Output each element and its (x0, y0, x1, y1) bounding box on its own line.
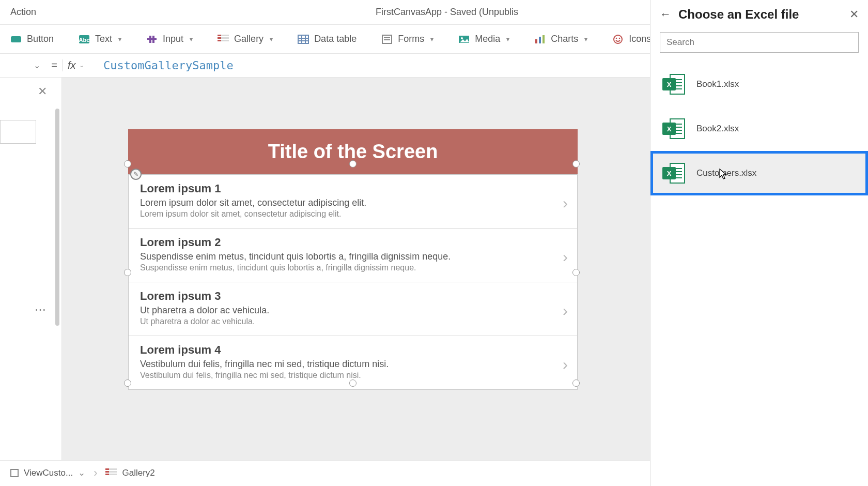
excel-file-icon: X (662, 162, 685, 185)
close-panel-button[interactable]: ✕ (849, 8, 859, 21)
ribbon-button[interactable]: Button (10, 34, 54, 44)
resize-handle[interactable] (572, 160, 580, 168)
breadcrumb[interactable]: ViewCusto... ⌄ › Gallery2 (10, 466, 155, 480)
item-heading: Lorem ipsum 4 (140, 343, 566, 357)
excel-file-row[interactable]: X Book2.xlsx (650, 107, 868, 151)
chevron-down-icon: ⌄ (79, 62, 84, 69)
scrollbar[interactable] (55, 109, 59, 326)
item-heading: Lorem ipsum 1 (140, 182, 566, 195)
gallery-item[interactable]: Lorem ipsum 3 Ut pharetra a dolor ac veh… (129, 282, 577, 336)
gallery-icon (218, 35, 229, 44)
gallery-control[interactable]: Lorem ipsum 1 Lorem ipsum dolor sit amet… (128, 174, 578, 390)
ribbon-gallery[interactable]: Gallery ▾ (218, 34, 273, 44)
gallery-item[interactable]: Lorem ipsum 1 Lorem ipsum dolor sit amet… (129, 175, 577, 229)
item-body: Suspendisse enim metus, tincidunt quis l… (140, 263, 566, 272)
svg-point-15 (461, 37, 463, 39)
ribbon-gallery-label: Gallery (234, 34, 264, 44)
ribbon-button-label: Button (27, 34, 54, 44)
ribbon-text[interactable]: Abc Text ▾ (79, 34, 121, 44)
ribbon-datatable[interactable]: Data table (298, 34, 357, 44)
equals-label: = (47, 59, 62, 71)
resize-handle[interactable] (572, 269, 580, 276)
ribbon-forms-label: Forms (398, 34, 424, 44)
chevron-right-icon[interactable]: › (563, 248, 568, 266)
resize-handle[interactable] (124, 269, 131, 276)
resize-handle[interactable] (572, 379, 580, 387)
mouse-cursor-icon (719, 169, 729, 181)
ribbon-input[interactable]: Input ▾ (146, 34, 193, 44)
chevron-right-icon[interactable]: › (563, 356, 568, 373)
icons-icon (612, 34, 624, 44)
resize-handle[interactable] (124, 379, 131, 387)
fx-label[interactable]: fx⌄ (62, 59, 93, 71)
datatable-icon (298, 34, 309, 44)
input-icon (146, 34, 158, 44)
chevron-down-icon[interactable]: ⌄ (78, 467, 85, 478)
chevron-down-icon: ▾ (270, 36, 273, 43)
resize-handle[interactable] (349, 379, 357, 387)
item-subtitle: Suspendisse enim metus, tincidunt quis l… (140, 251, 566, 262)
file-name: Book2.xlsx (696, 124, 739, 134)
svg-rect-16 (535, 39, 537, 43)
screen-icon (10, 469, 19, 477)
resize-handle[interactable] (349, 160, 357, 168)
panel-title: Choose an Excel file (678, 7, 842, 22)
gallery-icon (105, 468, 117, 478)
item-subtitle: Lorem ipsum dolor sit amet, consectetur … (140, 198, 566, 208)
breadcrumb-control: Gallery2 (122, 468, 154, 478)
ribbon-media-label: Media (475, 34, 500, 44)
svg-point-19 (614, 35, 622, 43)
breadcrumb-separator: › (90, 466, 100, 480)
chevron-down-icon: ▾ (430, 36, 433, 43)
gallery-item[interactable]: Lorem ipsum 2 Suspendisse enim metus, ti… (129, 229, 577, 282)
choose-excel-panel: ← Choose an Excel file ✕ X Book1.xlsx X … (650, 0, 868, 486)
item-heading: Lorem ipsum 2 (140, 236, 566, 249)
button-icon (10, 34, 22, 44)
search-input[interactable] (660, 32, 859, 53)
chevron-right-icon[interactable]: › (563, 302, 568, 320)
excel-file-row[interactable]: X Book1.xlsx (650, 62, 868, 107)
media-icon (458, 34, 470, 44)
svg-point-21 (619, 37, 621, 39)
item-subtitle: Ut pharetra a dolor ac vehicula. (140, 305, 566, 316)
excel-file-icon: X (662, 73, 685, 96)
svg-rect-0 (11, 36, 21, 42)
svg-point-20 (616, 37, 617, 39)
ribbon-media[interactable]: Media ▾ (458, 34, 509, 44)
back-button[interactable]: ← (660, 8, 671, 21)
ribbon-icons-label: Icons (629, 34, 651, 44)
ribbon-charts[interactable]: Charts ▾ (534, 34, 587, 44)
forms-icon (381, 34, 393, 44)
svg-text:Abc: Abc (79, 37, 90, 43)
item-subtitle: Vestibulum dui felis, fringilla nec mi s… (140, 359, 566, 370)
chevron-down-icon: ▾ (118, 36, 121, 43)
property-selector[interactable]: ⌄ (0, 60, 47, 70)
chevron-down-icon: ▾ (584, 36, 587, 43)
svg-rect-5 (147, 38, 157, 40)
close-pane-button[interactable]: ✕ (38, 85, 47, 98)
item-body: Vestibulum dui felis, fringilla nec mi s… (140, 371, 566, 380)
ribbon-text-label: Text (95, 34, 112, 44)
breadcrumb-screen: ViewCusto... (24, 468, 73, 478)
selected-gallery[interactable]: Title of the Screen Lorem ipsum 1 Lorem … (128, 129, 578, 390)
chevron-down-icon: ⌄ (34, 60, 40, 70)
svg-rect-6 (298, 35, 308, 43)
search-stub[interactable] (0, 120, 36, 144)
chevron-down-icon: ▾ (190, 36, 193, 43)
ribbon-charts-label: Charts (551, 34, 578, 44)
item-heading: Lorem ipsum 3 (140, 290, 566, 303)
edit-pencil-icon[interactable]: ✎ (130, 169, 142, 180)
file-name: Book1.xlsx (696, 79, 739, 89)
svg-rect-17 (539, 37, 541, 43)
action-tab-label[interactable]: Action (10, 7, 36, 18)
chevron-right-icon[interactable]: › (563, 194, 568, 212)
chevron-down-icon: ▾ (506, 36, 509, 43)
ribbon-forms[interactable]: Forms ▾ (381, 34, 433, 44)
excel-file-icon: X (662, 117, 685, 140)
resize-handle[interactable] (124, 160, 131, 168)
charts-icon (534, 34, 546, 44)
more-menu-icon[interactable]: ⋯ (35, 303, 47, 316)
text-icon: Abc (79, 34, 90, 44)
svg-rect-18 (542, 35, 545, 43)
excel-file-row[interactable]: X Customers.xlsx (650, 151, 868, 195)
